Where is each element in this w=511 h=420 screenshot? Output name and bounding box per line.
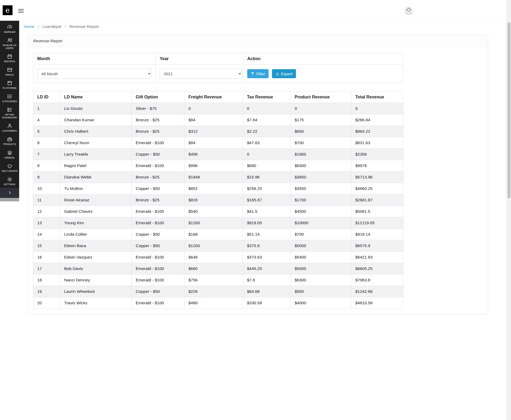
table-cell: $51.14 xyxy=(243,229,291,240)
table-cell: $9976 xyxy=(351,160,403,172)
table-cell: Chris Holbert xyxy=(60,126,132,137)
table-cell: $15.96 xyxy=(243,172,291,183)
table-cell: 12 xyxy=(33,206,60,217)
table-cell: $6605.25 xyxy=(351,263,403,275)
sidebar-item-dashboard[interactable]: Dashboard xyxy=(0,22,19,35)
breadcrumb-current-page: Revenue-Report xyxy=(69,24,99,29)
table-cell: $2356 xyxy=(351,149,403,160)
sidebar-item-products[interactable]: PRODUCTS xyxy=(0,134,19,148)
breadcrumb-loandepot: Loandepot xyxy=(43,24,61,29)
table-cell: Young Kim xyxy=(60,217,132,229)
table-cell: Bronze - $25 xyxy=(132,172,184,183)
sidebar-item-label: SETTINGS xyxy=(4,183,15,186)
table-cell: $5713.96 xyxy=(351,172,403,183)
sidebar-item-settings[interactable]: SETTINGS xyxy=(0,174,19,188)
table-cell: $950 xyxy=(291,286,351,297)
month-select[interactable]: All Month xyxy=(37,69,152,79)
column-header-freight-revenue: Freight Revenue xyxy=(184,92,243,103)
card-body: Month Year Action All Month xyxy=(28,47,488,314)
table-cell: $7063.8 xyxy=(351,275,403,286)
table-cell: $312 xyxy=(184,126,243,137)
table-cell: $375.9 xyxy=(243,240,291,252)
download-icon xyxy=(275,72,279,76)
table-row: 6Chereyl NunnEmerald - $100$84$47.63$700… xyxy=(33,137,403,149)
table-cell: Diandrai Webb xyxy=(60,172,132,183)
table-cell: $175 xyxy=(291,114,351,126)
table-cell: 0 xyxy=(291,103,351,114)
sidebar-item-platforms[interactable]: PLATFORMS xyxy=(0,78,19,92)
table-row: 1Lis GiustoSilver - $750000 xyxy=(33,103,403,114)
column-header-ld-id: LD ID xyxy=(33,92,60,103)
user-avatar[interactable] xyxy=(405,6,413,15)
sidebar-item-label: CUSTOMERS xyxy=(2,130,17,132)
table-cell: 5 xyxy=(33,126,60,137)
sidebar-item-label: HELP CENTER xyxy=(2,170,18,173)
table-cell: Rosie Alcaraz xyxy=(60,194,132,206)
table-cell: Emerald - $100 xyxy=(132,217,184,229)
table-cell: $10000 xyxy=(291,217,351,229)
menu-toggle-button[interactable] xyxy=(17,7,25,14)
table-cell: $330.58 xyxy=(243,297,291,309)
sidebar-item-label: PLATFORMS xyxy=(3,87,17,90)
table-cell: $831.63 xyxy=(351,137,403,149)
scrollbar-thumb[interactable] xyxy=(508,22,510,198)
sidebar-item-gifting-dashboard[interactable]: GIFTING DASHBOARD xyxy=(0,105,19,121)
sidebar-item-categories[interactable]: CATEGORIES xyxy=(0,92,19,105)
table-cell: Copper - $50 xyxy=(132,149,184,160)
app-logo[interactable]: e xyxy=(3,5,13,15)
table-cell: $266.84 xyxy=(351,114,403,126)
sidebar-item-customers[interactable]: CUSTOMERS xyxy=(0,121,19,134)
table-cell: $1700 xyxy=(291,194,351,206)
table-cell: $816 xyxy=(184,194,243,206)
table-row: 13Young KimEmerald - $100$1200$919.05$10… xyxy=(33,217,403,229)
breadcrumb-separator: / xyxy=(65,24,66,29)
table-cell: Travis Wicks xyxy=(60,297,132,309)
table-cell: Emerald - $100 xyxy=(132,137,184,149)
table-cell: $5400 xyxy=(291,252,351,263)
table-cell: Emerald - $100 xyxy=(132,263,184,275)
table-cell: Copper - $50 xyxy=(132,183,184,194)
table-cell: Bronze - $25 xyxy=(132,194,184,206)
sidebar-item-label: REPORTS xyxy=(4,60,15,63)
table-cell: $1200 xyxy=(184,217,243,229)
table-cell: 0 xyxy=(243,149,291,160)
table-cell: 9 xyxy=(33,172,60,183)
filter-button-label: Filter xyxy=(256,72,265,76)
table-cell: $4000 xyxy=(291,297,351,309)
sidebar-expand-button[interactable] xyxy=(0,188,19,198)
table-cell: Emerald - $100 xyxy=(132,206,184,217)
table-row: 16Edwin VazquezEmerald - $100$648$373.63… xyxy=(33,252,403,263)
sidebar-scrollbar[interactable] xyxy=(0,198,19,201)
page-scrollbar[interactable] xyxy=(506,0,511,420)
table-row: 18Nanci DenneyEmerald - $100$756$7.8$630… xyxy=(33,275,403,286)
table-cell: 0 xyxy=(243,103,291,114)
table-cell: Emerald - $100 xyxy=(132,275,184,286)
breadcrumb-home-link[interactable]: Home xyxy=(24,24,34,29)
table-cell: $7.8 xyxy=(243,275,291,286)
table-cell: $1200 xyxy=(184,240,243,252)
table-cell: Bronze - $25 xyxy=(132,126,184,137)
year-select[interactable]: 2021 xyxy=(160,69,242,79)
column-header-ld-name: LD Name xyxy=(60,92,132,103)
sidebar-item-manage-ld-users[interactable]: MANAGE LD USERS xyxy=(0,35,19,52)
table-cell: $3850 xyxy=(291,172,351,183)
table-row: 10Tu MullinsCopper - $50$852$258.25$3550… xyxy=(33,183,403,194)
table-row: 20Travis WicksEmerald - $100$480$330.58$… xyxy=(33,297,403,309)
sidebar-item-orders[interactable]: ORDERS xyxy=(0,148,19,161)
sidebar-item-emails[interactable]: EMAILS xyxy=(0,65,19,78)
filter-button[interactable]: Filter xyxy=(247,69,269,78)
table-cell: 17 xyxy=(33,263,60,275)
table-cell: $4810.58 xyxy=(351,297,403,309)
breadcrumb-separator: / xyxy=(38,24,39,29)
table-cell: Chandan Kumar xyxy=(60,114,132,126)
main-content: Home / Loandepot / Revenue-Report Revenu… xyxy=(19,21,511,314)
table-cell: Emerald - $100 xyxy=(132,252,184,263)
sidebar-item-help-center[interactable]: HELP CENTER xyxy=(0,161,19,174)
filter-table: Month Year Action All Month xyxy=(33,53,403,83)
table-cell: $919.14 xyxy=(351,229,403,240)
table-cell: $2.22 xyxy=(243,126,291,137)
table-cell: 10 xyxy=(33,183,60,194)
table-cell: $12119.05 xyxy=(351,217,403,229)
sidebar-item-reports[interactable]: REPORTS xyxy=(0,52,19,65)
export-button[interactable]: Export xyxy=(272,69,296,78)
